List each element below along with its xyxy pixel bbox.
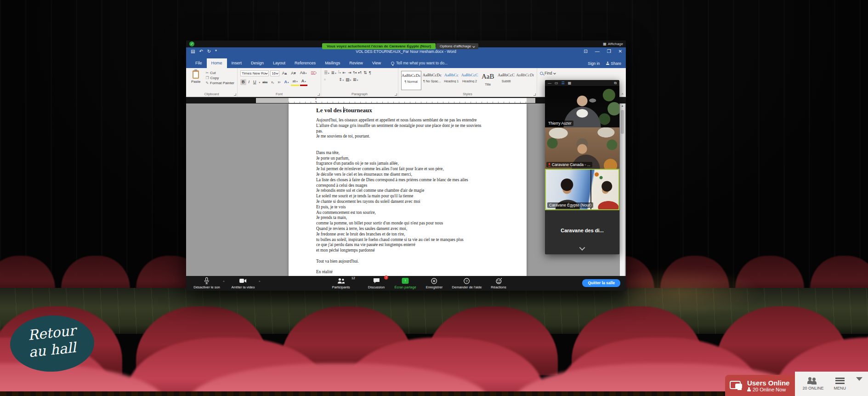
- reactions-button[interactable]: Réactions: [491, 277, 506, 289]
- style-card[interactable]: AaBbCcCSubtitl: [498, 71, 515, 90]
- chevron-up-icon[interactable]: ˄: [223, 280, 225, 283]
- tab-design[interactable]: Design: [246, 58, 268, 68]
- find-button[interactable]: Find: [540, 71, 571, 75]
- strip-view-icon[interactable]: ☰: [562, 81, 565, 85]
- video-tile[interactable]: Caravane Canada - ...: [545, 127, 619, 169]
- speaker-view-icon[interactable]: ▭: [555, 81, 558, 85]
- line-spacing-button[interactable]: ⇕▾: [339, 77, 344, 82]
- minimize-button[interactable]: —: [595, 49, 600, 54]
- tab-view[interactable]: View: [368, 58, 386, 68]
- stop-video-button[interactable]: ˄ Arrêter la video: [232, 277, 255, 289]
- style-card[interactable]: AaBbCcCHeading 2: [461, 71, 478, 90]
- style-card[interactable]: AaBbCcHeading 1: [443, 71, 460, 90]
- chevron-down-icon: [265, 72, 268, 75]
- tell-me-box[interactable]: Tell me what you want to do...: [386, 61, 451, 68]
- scroll-up-icon[interactable]: ▲: [620, 103, 625, 108]
- mute-button[interactable]: ˄ Désactiver le son: [193, 277, 220, 289]
- style-card[interactable]: AaBbCcDc¶ No Spac...: [423, 71, 442, 90]
- video-tile[interactable]: Thierry Auzer: [545, 86, 619, 127]
- multilevel-list-button[interactable]: ⫶▾: [338, 70, 341, 75]
- change-case-button[interactable]: Aa▾: [299, 70, 308, 76]
- subscript-button[interactable]: x₂: [270, 79, 275, 85]
- italic-button[interactable]: I: [247, 79, 251, 85]
- leave-meeting-button[interactable]: Quitter la salle: [582, 279, 620, 287]
- decrease-indent-button[interactable]: ⇤: [342, 70, 346, 75]
- justify-button[interactable]: [335, 79, 337, 80]
- record-button[interactable]: Enregistrer: [426, 277, 443, 289]
- align-center-button[interactable]: [328, 79, 329, 80]
- gallery-view-icon[interactable]: ▦: [568, 81, 572, 85]
- scrollbar-thumb[interactable]: [621, 110, 624, 134]
- share-button[interactable]: Share: [606, 61, 621, 66]
- vertical-scrollbar[interactable]: ▲: [620, 103, 625, 276]
- dialog-launcher-icon[interactable]: [318, 93, 320, 96]
- horizontal-ruler[interactable]: ▾ ▴: [256, 98, 535, 103]
- underline-button[interactable]: U: [252, 79, 258, 85]
- collapse-widget-icon[interactable]: [856, 377, 862, 381]
- ribbon-display-options-icon[interactable]: ⊡: [584, 49, 587, 54]
- microphone-icon: [204, 277, 210, 284]
- chevron-up-icon[interactable]: ˄: [259, 280, 261, 283]
- online-users-button[interactable]: 20 ONLINE: [802, 377, 823, 390]
- popout-icon[interactable]: ⧉: [614, 81, 617, 86]
- font-color-button[interactable]: A▾: [300, 78, 307, 86]
- close-button[interactable]: ✕: [618, 49, 622, 54]
- numbered-list-button[interactable]: ≣▾: [331, 70, 336, 75]
- collapse-ribbon-icon[interactable]: ˄: [621, 92, 624, 96]
- tab-home[interactable]: Home: [207, 58, 227, 68]
- help-button[interactable]: ? Demander de l'aide: [452, 277, 482, 289]
- sign-in-link[interactable]: Sign in: [588, 61, 600, 66]
- dialog-launcher-icon[interactable]: [234, 93, 236, 96]
- copy-button[interactable]: ❐Copy: [205, 76, 234, 80]
- menu-button[interactable]: MENU: [834, 378, 846, 390]
- align-right-button[interactable]: [331, 79, 333, 80]
- bullet-list-button[interactable]: ☰▾: [324, 70, 329, 75]
- paste-button[interactable]: Paste: [189, 70, 203, 91]
- strikethrough-button[interactable]: abc: [261, 79, 269, 85]
- restore-button[interactable]: ❐: [607, 49, 611, 54]
- view-mode-button[interactable]: ▦Affichage: [603, 41, 623, 47]
- highlight-color-button[interactable]: ab▾: [291, 78, 299, 86]
- chat-button[interactable]: 7 Discussion: [368, 277, 385, 289]
- align-left-button[interactable]: [324, 79, 326, 80]
- shading-button[interactable]: ▨▾: [346, 77, 351, 82]
- grow-font-button[interactable]: A▴: [281, 70, 289, 76]
- share-screen-button[interactable]: ↑ Écran partagé: [394, 277, 416, 289]
- font-group: Times New Ro 16 A▴ A▾ Aa▾ ⌦ B I U▾ abc x…: [238, 68, 321, 97]
- clear-formatting-button[interactable]: ⌦: [309, 70, 318, 76]
- dialog-launcher-icon[interactable]: [533, 93, 536, 96]
- sort-button[interactable]: ⇅: [363, 70, 367, 75]
- increase-indent-button[interactable]: ⇥: [348, 70, 352, 75]
- tab-review[interactable]: Review: [345, 58, 368, 68]
- borders-button[interactable]: ⊞▾: [353, 77, 358, 82]
- cut-button[interactable]: ✂Cut: [205, 71, 234, 75]
- style-card[interactable]: AaBbCcDc¶ Normal: [401, 71, 421, 90]
- minimize-panel-icon[interactable]: —: [548, 81, 551, 85]
- shrink-font-button[interactable]: A▾: [289, 70, 297, 76]
- tab-references[interactable]: References: [290, 58, 320, 68]
- chevron-down-icon[interactable]: [579, 245, 585, 251]
- rtl-direction-button[interactable]: ¶◂: [353, 71, 357, 75]
- paragraph-group: ☰▾ ≣▾ ⫶▾ ⇤ ⇥ ¶◂ ▸¶ ⇅ ¶ ⇕▾ ▨▾: [321, 68, 398, 97]
- ltr-direction-button[interactable]: ▸¶: [358, 71, 362, 75]
- font-size-combo[interactable]: 16: [270, 70, 279, 76]
- format-painter-button[interactable]: ✎Format Painter: [205, 81, 234, 85]
- users-online-summary[interactable]: Users Online 20 Online Now: [725, 375, 795, 396]
- tab-mailings[interactable]: Mailings: [320, 58, 345, 68]
- show-paragraph-marks-button[interactable]: ¶: [369, 70, 371, 75]
- style-card[interactable]: AaBTitle: [480, 71, 497, 90]
- display-options-button[interactable]: Options d'affichage: [436, 43, 478, 49]
- tab-insert[interactable]: Insert: [227, 58, 247, 68]
- dialog-launcher-icon[interactable]: [395, 93, 397, 96]
- indent-marker[interactable]: ▴: [315, 99, 317, 103]
- participants-button[interactable]: 12 Participants: [332, 277, 350, 289]
- bold-button[interactable]: B: [240, 79, 246, 85]
- tab-layout[interactable]: Layout: [268, 58, 290, 68]
- superscript-button[interactable]: x²: [277, 79, 282, 85]
- style-card[interactable]: AaBbCcDt: [516, 71, 534, 90]
- text-effects-button[interactable]: A▾: [283, 79, 290, 86]
- video-tile-active-speaker[interactable]: Caravane Égypte (Nour): [545, 169, 619, 210]
- font-name-combo[interactable]: Times New Ro: [240, 70, 269, 76]
- tab-file[interactable]: File: [191, 58, 207, 68]
- document-page[interactable]: Le vol des étourneaux Aujourd'hui, les o…: [289, 104, 527, 276]
